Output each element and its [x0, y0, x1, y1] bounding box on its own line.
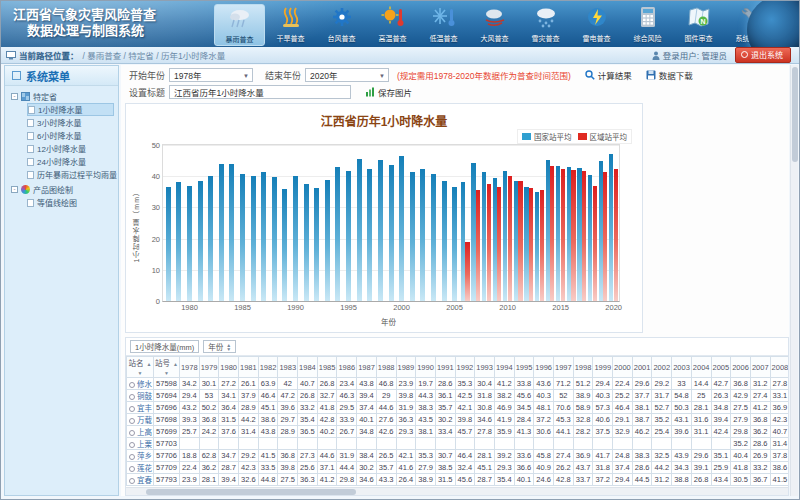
col-header-station-name[interactable]: 站名▲▼: [127, 357, 154, 378]
col-header-year[interactable]: 1998: [573, 357, 593, 378]
sidebar-item-3小时降水量[interactable]: 3小时降水量: [27, 116, 118, 129]
toolbar-item-high-temp[interactable]: 高温普查: [367, 4, 418, 46]
col-header-year[interactable]: 1991: [435, 357, 455, 378]
station-name-cell[interactable]: 铜鼓: [127, 390, 154, 402]
col-header-year[interactable]: 1986: [337, 357, 357, 378]
toolbar-item-snow[interactable]: 雪灾普查: [520, 4, 571, 46]
col-header-year[interactable]: 2008: [770, 357, 789, 378]
toolbar-item-low-temp[interactable]: 低温普查: [418, 4, 469, 46]
col-header-year[interactable]: 1999: [593, 357, 613, 378]
col-header-year[interactable]: 1993: [475, 357, 495, 378]
table-row[interactable]: 修水5759834.230.127.226.163.94240.726.823.…: [127, 378, 790, 390]
toolbar-item-wind[interactable]: 大风普查: [469, 4, 520, 46]
expand-icon[interactable]: -: [11, 93, 18, 100]
scrollbar-thumb[interactable]: [146, 489, 356, 495]
col-header-year[interactable]: 1985: [317, 357, 337, 378]
scrollbar-thumb[interactable]: [792, 67, 798, 162]
table-row[interactable]: 上栗5770335.228.631.4: [127, 438, 790, 450]
col-header-year[interactable]: 1984: [298, 357, 318, 378]
col-header-year[interactable]: 2005: [711, 357, 731, 378]
calculate-button[interactable]: 计算结果: [585, 69, 632, 81]
col-header-year[interactable]: 1979: [199, 357, 219, 378]
download-button[interactable]: 数据下载: [646, 69, 693, 81]
col-header-year[interactable]: 2003: [672, 357, 692, 378]
col-header-year[interactable]: 2002: [652, 357, 672, 378]
table-row[interactable]: 宜丰5769643.250.236.428.945.139.633.241.82…: [127, 402, 790, 414]
expand-icon[interactable]: -: [11, 186, 18, 193]
col-header-year[interactable]: 2006: [731, 357, 751, 378]
col-header-year[interactable]: 1994: [494, 357, 514, 378]
sidebar-item-6小时降水量[interactable]: 6小时降水量: [27, 129, 118, 142]
table-row[interactable]: 莲花5770922.436.228.742.333.539.825.637.14…: [127, 462, 790, 474]
radio-button[interactable]: [129, 430, 135, 436]
breadcrumb[interactable]: / 暴雨普查 / 特定省 / 历年1小时降水量: [83, 49, 226, 61]
value-cell: 40.9: [534, 462, 554, 474]
chart-title-input[interactable]: 江西省历年1小时降水量: [169, 85, 351, 99]
document-icon: [28, 106, 35, 114]
radio-button[interactable]: [129, 382, 135, 388]
sidebar-item-1小时降水量[interactable]: 1小时降水量: [27, 103, 114, 116]
station-name-cell[interactable]: 宜丰: [127, 402, 154, 414]
vertical-scrollbar[interactable]: [790, 65, 798, 496]
col-header-year[interactable]: 1995: [514, 357, 534, 378]
col-header-year[interactable]: 2001: [632, 357, 652, 378]
col-header-year[interactable]: 2004: [691, 357, 711, 378]
table-row[interactable]: 铜鼓5769429.45334.137.946.447.226.832.746.…: [127, 390, 790, 402]
exit-system-button[interactable]: 退出系统: [735, 47, 791, 63]
station-name-cell[interactable]: 修水: [127, 378, 154, 390]
col-header-year[interactable]: 1996: [534, 357, 554, 378]
radio-button[interactable]: [129, 394, 135, 400]
value-cell: 40.3: [534, 390, 554, 402]
sidebar-item-等值线绘图[interactable]: 等值线绘图: [27, 196, 118, 209]
col-header-year[interactable]: 1983: [278, 357, 298, 378]
col-header-year[interactable]: 1978: [179, 357, 199, 378]
station-name-cell[interactable]: 万载: [127, 414, 154, 426]
table-row[interactable]: 萍乡5770618.862.834.729.241.536.827.344.63…: [127, 450, 790, 462]
station-name-cell[interactable]: 上栗: [127, 438, 154, 450]
col-header-year[interactable]: 1987: [357, 357, 377, 378]
table-row[interactable]: 上高5769925.724.237.631.443.828.936.540.22…: [127, 426, 790, 438]
station-name-cell[interactable]: 上高: [127, 426, 154, 438]
radio-button[interactable]: [129, 442, 135, 448]
sidebar-item-24小时降水量[interactable]: 24小时降水量: [27, 155, 118, 168]
col-header-year[interactable]: 1992: [455, 357, 475, 378]
value-cell: 27.3: [298, 450, 318, 462]
col-header-station-id[interactable]: 站号▲▼: [154, 357, 180, 378]
station-name-cell[interactable]: 萍乡: [127, 450, 154, 462]
toolbar-item-lightning[interactable]: 雷电普查: [571, 4, 622, 46]
col-header-year[interactable]: 1997: [554, 357, 574, 378]
save-image-button[interactable]: 保存图片: [365, 86, 412, 98]
radio-button[interactable]: [129, 406, 135, 412]
radio-button[interactable]: [129, 466, 135, 472]
year-sort-control[interactable]: 年份 ▲▼: [203, 340, 236, 353]
col-header-year[interactable]: 1981: [239, 357, 259, 378]
radio-button[interactable]: [129, 478, 135, 484]
radio-button[interactable]: [129, 418, 135, 424]
start-year-select[interactable]: 1978年 ▼: [169, 68, 253, 82]
radio-button[interactable]: [129, 454, 135, 460]
col-header-year[interactable]: 2007: [750, 357, 770, 378]
toolbar-item-drought[interactable]: 干旱普查: [265, 4, 316, 46]
value-cell: 50.3: [672, 402, 692, 414]
col-header-year[interactable]: 1990: [416, 357, 436, 378]
toolbar-item-typhoon[interactable]: 台风普查: [316, 4, 367, 46]
sidebar-item-历年暴雨过程平均雨量[interactable]: 历年暴雨过程平均雨量: [27, 168, 118, 181]
col-header-year[interactable]: 1980: [219, 357, 239, 378]
horizontal-scrollbar[interactable]: [126, 487, 788, 495]
toolbar-item-risk-calculator[interactable]: 综合风险: [622, 4, 673, 46]
col-header-year[interactable]: 1982: [258, 357, 278, 378]
station-name-cell[interactable]: 莲花: [127, 462, 154, 474]
measure-label: 1小时降水量(mm): [135, 341, 194, 352]
table-row[interactable]: 宜春5779323.928.139.432.644.827.536.341.22…: [127, 474, 790, 486]
tree-node-产品图绘制[interactable]: -产品图绘制: [11, 183, 118, 196]
table-row[interactable]: 万载5769839.336.831.544.238.629.735.442.83…: [127, 414, 790, 426]
col-header-year[interactable]: 1989: [396, 357, 416, 378]
station-name-cell[interactable]: 宜春: [127, 474, 154, 486]
toolbar-item-map-review[interactable]: N图件审查: [673, 4, 724, 46]
col-header-year[interactable]: 2000: [613, 357, 633, 378]
sidebar-item-12小时降水量[interactable]: 12小时降水量: [27, 142, 118, 155]
end-year-select[interactable]: 2020年 ▼: [305, 68, 389, 82]
tree-node-特定省[interactable]: -特定省: [11, 90, 118, 103]
col-header-year[interactable]: 1988: [376, 357, 396, 378]
toolbar-item-rainstorm[interactable]: 暴雨普查: [214, 4, 265, 46]
